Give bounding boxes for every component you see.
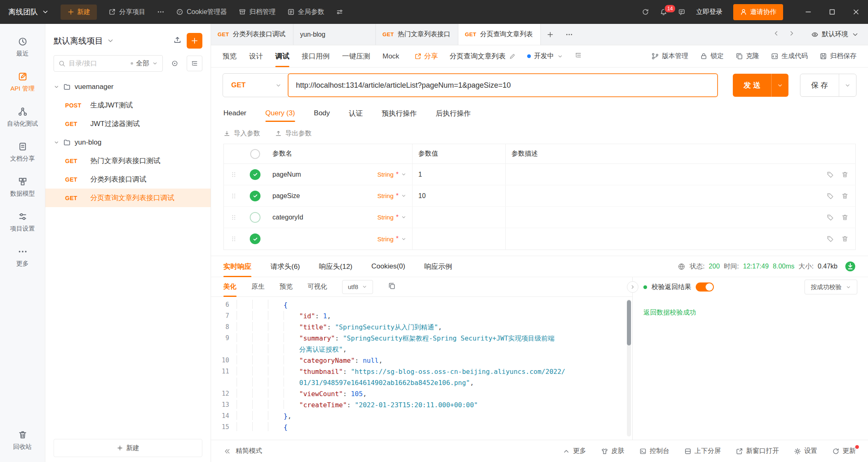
- param-name-input[interactable]: categoryId: [272, 214, 303, 221]
- url-input[interactable]: [288, 73, 718, 97]
- nav-item-1[interactable]: API 管理: [0, 65, 45, 100]
- notifications-button[interactable]: 14: [660, 8, 667, 16]
- tree-folder[interactable]: vuemanager: [45, 77, 211, 96]
- encoding-select[interactable]: utf8: [342, 280, 373, 294]
- param-name-input[interactable]: pageNum: [272, 171, 301, 178]
- scrollbar-thumb[interactable]: [627, 300, 631, 345]
- statusbar-item-4[interactable]: 新窗口打开: [736, 447, 779, 455]
- nav-item-recycle[interactable]: 回收站: [0, 423, 45, 458]
- req-tab-4[interactable]: 预执行操作: [382, 103, 417, 124]
- tree-api-item[interactable]: POST生成JWT测试: [45, 96, 211, 114]
- cookie-manager-button[interactable]: Cookie管理器: [176, 8, 227, 16]
- tree-api-item[interactable]: GET分类列表接口调试: [45, 170, 211, 189]
- tree-search-input[interactable]: 目录/接口 全部: [54, 55, 163, 72]
- param-enabled-checkbox[interactable]: [250, 191, 260, 201]
- scope-filter[interactable]: 全部: [131, 59, 158, 68]
- delete-param-icon[interactable]: [841, 192, 849, 200]
- sync-button[interactable]: [642, 8, 649, 16]
- add-api-button[interactable]: [187, 33, 202, 49]
- tab-scroll-left-button[interactable]: [772, 30, 780, 39]
- import-params-button[interactable]: 导入参数: [223, 129, 260, 138]
- collapse-tree-button[interactable]: [187, 56, 202, 71]
- param-enabled-checkbox[interactable]: [250, 233, 260, 244]
- delete-param-icon[interactable]: [841, 171, 849, 178]
- topbar-more-button[interactable]: [157, 8, 164, 16]
- resp-tab-3[interactable]: Cookies(0): [371, 256, 405, 277]
- nav-item-4[interactable]: 数据模型: [0, 170, 45, 205]
- resp-tab-1[interactable]: 请求头(6): [270, 256, 300, 277]
- drag-handle[interactable]: [230, 193, 237, 199]
- resp-tab-2[interactable]: 响应头(12): [319, 256, 352, 277]
- select-all-checkbox[interactable]: [250, 149, 260, 159]
- save-button[interactable]: 保 存: [800, 74, 856, 97]
- ws-tab-4[interactable]: 一键压测: [342, 45, 370, 67]
- param-value-input[interactable]: 1: [418, 171, 422, 178]
- feedback-button[interactable]: [678, 8, 685, 16]
- maximize-button[interactable]: [820, 0, 844, 24]
- add-tab-button[interactable]: [541, 24, 560, 45]
- doc-tab-1[interactable]: yun-blog: [293, 24, 376, 45]
- view-tab-1[interactable]: 原生: [251, 277, 265, 296]
- code-scrollbar[interactable]: [627, 299, 631, 436]
- new-button[interactable]: 新建: [61, 5, 97, 20]
- req-tab-3[interactable]: 认证: [349, 103, 363, 124]
- send-button[interactable]: 发 送: [733, 74, 788, 97]
- param-type-select[interactable]: String*: [364, 164, 413, 185]
- view-tab-3[interactable]: 可视化: [307, 277, 327, 296]
- tag-icon[interactable]: [826, 235, 834, 243]
- param-type-select[interactable]: String*: [364, 185, 413, 206]
- resp-tab-0[interactable]: 实时响应: [223, 256, 251, 277]
- param-enabled-checkbox[interactable]: [250, 212, 260, 223]
- action-button-2[interactable]: 克隆: [735, 52, 759, 61]
- statusbar-item-0[interactable]: 更多: [563, 447, 586, 455]
- ws-tab-0[interactable]: 预览: [223, 45, 237, 67]
- tabs-more-button[interactable]: [560, 24, 579, 45]
- tree-new-button[interactable]: 新建: [54, 439, 202, 457]
- req-tab-0[interactable]: Header: [223, 103, 246, 124]
- doc-tab-0[interactable]: GET分类列表接口调试: [211, 24, 293, 45]
- ws-tab-2[interactable]: 调试: [275, 45, 289, 67]
- global-params-button[interactable]: 全局参数: [287, 8, 324, 16]
- tree-api-item[interactable]: GETJWT过滤器测试: [45, 114, 211, 133]
- action-button-3[interactable]: 生成代码: [771, 52, 808, 61]
- drag-handle[interactable]: [230, 171, 237, 178]
- environment-selector[interactable]: 默认环境: [804, 30, 859, 39]
- statusbar-item-2[interactable]: 控制台: [639, 447, 669, 455]
- share-project-button[interactable]: 分享项目: [108, 8, 145, 16]
- view-tab-2[interactable]: 预览: [279, 277, 293, 296]
- nav-item-0[interactable]: 最近: [0, 30, 45, 65]
- method-select[interactable]: GET: [223, 73, 289, 97]
- validation-mode-select[interactable]: 按成功校验: [805, 280, 857, 294]
- tag-icon[interactable]: [826, 214, 834, 221]
- share-api-button[interactable]: 分享: [414, 51, 438, 61]
- archive-manage-button[interactable]: 归档管理: [239, 8, 276, 16]
- req-tab-2[interactable]: Body: [314, 103, 330, 124]
- download-response-button[interactable]: [845, 261, 856, 272]
- collapse-panel-button[interactable]: [627, 281, 638, 293]
- import-project-button[interactable]: [173, 35, 182, 46]
- drag-handle[interactable]: [230, 214, 237, 221]
- layout-adjust-button[interactable]: [336, 8, 343, 16]
- action-button-0[interactable]: 版本管理: [651, 52, 688, 61]
- doc-tab-2[interactable]: GET热门文章列表接口: [376, 24, 458, 45]
- param-type-select[interactable]: String*: [364, 228, 413, 250]
- export-params-button[interactable]: 导出参数: [275, 129, 312, 138]
- tag-icon[interactable]: [826, 171, 834, 178]
- ws-tab-5[interactable]: Mock: [382, 45, 399, 67]
- tree-api-item[interactable]: GET分页查询文章列表接口调试: [45, 189, 211, 207]
- team-switcher[interactable]: 离线团队: [8, 7, 49, 17]
- tab-scroll-right-button[interactable]: [788, 30, 795, 39]
- close-button[interactable]: [844, 0, 868, 24]
- doc-tab-3[interactable]: GET分页查询文章列表: [458, 24, 541, 45]
- param-enabled-checkbox[interactable]: [250, 169, 260, 180]
- ws-tab-1[interactable]: 设计: [249, 45, 263, 67]
- param-type-select[interactable]: String*: [364, 207, 413, 228]
- nav-item-5[interactable]: 项目设置: [0, 205, 45, 240]
- action-button-4[interactable]: 归档保存: [819, 52, 856, 61]
- copy-response-button[interactable]: [388, 282, 396, 292]
- tree-api-item[interactable]: GET热门文章列表接口测试: [45, 152, 211, 170]
- nav-item-2[interactable]: 自动化测试: [0, 100, 45, 135]
- tree-folder[interactable]: yun-blog: [45, 133, 211, 152]
- project-switcher[interactable]: 默认离线项目: [54, 35, 114, 47]
- nav-item-3[interactable]: 文档分享: [0, 135, 45, 170]
